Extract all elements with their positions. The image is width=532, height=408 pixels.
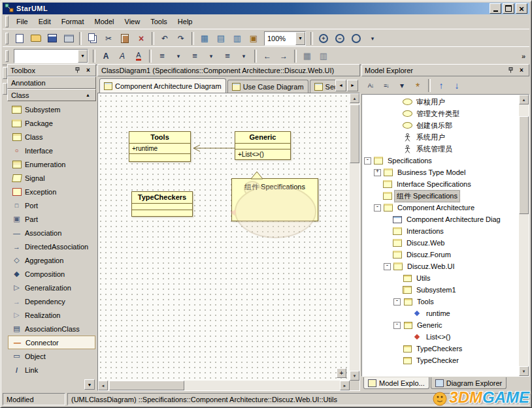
scrollbar-thumb[interactable] <box>109 381 184 390</box>
menu-item-format[interactable]: Format <box>56 15 90 28</box>
tree-item-系统管理员[interactable]: 系统管理员 <box>362 143 519 155</box>
scrollbar-thumb[interactable] <box>350 104 359 163</box>
tree-item-审核用户[interactable]: 审核用户 <box>362 96 519 108</box>
class-box-generic[interactable]: Generic +List<>() <box>235 131 291 160</box>
menu-item-file[interactable]: File <box>11 15 33 28</box>
font-italic-button[interactable] <box>114 48 130 64</box>
tree-item-Subsystem1[interactable]: Subsystem1 <box>362 284 519 296</box>
toolbox-item-exception[interactable]: Exception <box>7 185 96 198</box>
save-file-button[interactable] <box>44 31 60 46</box>
diagram-tab[interactable]: Use Case Diagram <box>227 80 308 93</box>
tree-item-TypeCheckers[interactable]: TypeCheckers <box>362 343 519 354</box>
dropdown-button[interactable] <box>171 48 186 64</box>
toolbar-overflow-icon[interactable] <box>522 52 525 60</box>
paste-button[interactable] <box>117 31 133 46</box>
toolbox-item-association[interactable]: Association <box>7 226 96 240</box>
move-up-button[interactable] <box>434 78 448 93</box>
model-explorer-tab[interactable]: Model Explo... <box>363 377 429 389</box>
menu-item-edit[interactable]: Edit <box>33 15 56 28</box>
layout-model-button[interactable] <box>316 48 331 64</box>
toolbox-item-realization[interactable]: Realization <box>7 308 96 322</box>
tab-scroll-right-icon[interactable] <box>347 80 358 91</box>
tree-vertical-scrollbar[interactable] <box>519 95 529 376</box>
chevron-down-icon[interactable] <box>78 50 88 63</box>
tree-expander-icon[interactable]: - <box>374 204 381 212</box>
sort-alphabetic-button[interactable] <box>363 78 378 93</box>
zoom-in-button[interactable] <box>316 31 331 46</box>
tree-item-Discuz.Web[interactable]: Discuz.Web <box>362 237 519 249</box>
tree-item-List<>()[interactable]: List<>() <box>362 331 519 343</box>
pin-icon[interactable] <box>507 66 516 74</box>
tree-item-系统用户[interactable]: 系统用户 <box>362 131 519 143</box>
tree-expander-icon[interactable]: - <box>364 157 371 165</box>
tree-item-Specifications[interactable]: -Specifications <box>362 155 519 166</box>
expand-canvas-icon[interactable] <box>337 368 346 378</box>
tree-item-runtime[interactable]: runtime <box>362 307 519 319</box>
tree-item-Discuz.Web.UI[interactable]: -Discuz.Web.UI <box>362 260 519 272</box>
tree-item-Generic[interactable]: -Generic <box>362 319 519 331</box>
layout-grid-button[interactable] <box>299 48 315 64</box>
tree-expander-icon[interactable]: - <box>393 322 401 329</box>
tree-item-Business Type Model[interactable]: +Business Type Model <box>362 166 519 178</box>
toolbox-item-interface[interactable]: Interface <box>7 144 96 157</box>
sort-storage-button[interactable] <box>379 78 393 93</box>
scroll-down-icon[interactable] <box>84 379 95 390</box>
toolbox-item-generalization[interactable]: Generalization <box>7 281 96 294</box>
toolbox-item-part[interactable]: Part <box>7 212 96 226</box>
quick-find-button[interactable] <box>410 78 425 93</box>
toolbox-item-directedassociation[interactable]: DirectedAssociation <box>7 240 96 253</box>
component-box-specifications[interactable]: 组件 Specifications <box>231 178 318 221</box>
dock-grip[interactable] <box>3 83 7 95</box>
new-file-button[interactable] <box>12 31 27 46</box>
tree-item-管理文件类型[interactable]: 管理文件类型 <box>362 108 519 119</box>
toolbar-grip[interactable] <box>5 33 8 44</box>
chevron-down-icon[interactable] <box>295 32 305 45</box>
title-bar[interactable]: StarUML <box>3 3 529 14</box>
class-box-tools[interactable]: Tools +runtime <box>129 131 191 162</box>
font-button[interactable] <box>98 48 114 64</box>
diagram-map-button[interactable] <box>197 31 212 46</box>
dropdown-button[interactable] <box>203 48 219 64</box>
align-middle-button[interactable] <box>187 48 203 64</box>
scroll-up-icon[interactable] <box>350 93 359 103</box>
move-down-button[interactable] <box>450 78 464 93</box>
tree-item-TypeChecker[interactable]: TypeChecker <box>362 354 519 366</box>
open-file-button[interactable] <box>28 31 44 46</box>
toolbox-item-class[interactable]: Class <box>7 130 96 144</box>
diagram-tab[interactable]: Component Architecture Diagram <box>99 78 226 93</box>
align-right-button[interactable] <box>220 48 235 64</box>
toolbox-item-associationclass[interactable]: AssociationClass <box>7 322 96 336</box>
toolbox-item-package[interactable]: Package <box>7 116 96 130</box>
fill-color-button[interactable] <box>131 48 146 64</box>
scrollbar-thumb[interactable] <box>519 116 529 214</box>
close-icon[interactable] <box>516 3 527 14</box>
toolbox-item-link[interactable]: Link <box>7 363 96 377</box>
print-button[interactable] <box>61 31 76 46</box>
scroll-down-icon[interactable] <box>350 371 359 381</box>
scrollbar-track[interactable] <box>108 381 340 390</box>
scroll-up-icon[interactable] <box>519 95 529 104</box>
minimize-icon[interactable] <box>490 3 501 14</box>
zoom-fit-button[interactable] <box>348 31 364 46</box>
toolbox-group-annotation[interactable]: Annotation <box>7 76 96 89</box>
arrow-right-button[interactable] <box>276 48 291 64</box>
toolbar-grip[interactable] <box>5 50 8 62</box>
menu-item-model[interactable]: Model <box>90 15 120 28</box>
toolbox-item-composition[interactable]: Composition <box>7 267 96 281</box>
scroll-down-icon[interactable] <box>519 366 529 376</box>
tree-item-Discuz.Forum[interactable]: Discuz.Forum <box>362 249 519 260</box>
tree-expander-icon[interactable]: + <box>374 169 381 176</box>
tree-expander-icon[interactable]: - <box>384 263 391 270</box>
menu-item-tools[interactable]: Tools <box>145 15 173 28</box>
arrow-left-button[interactable] <box>259 48 275 64</box>
undo-button[interactable] <box>157 31 173 46</box>
scroll-right-icon[interactable] <box>340 381 350 390</box>
close-icon[interactable] <box>517 66 526 74</box>
scrollbar-track[interactable] <box>519 104 529 366</box>
scroll-left-icon[interactable] <box>98 381 108 390</box>
scrollbar-track[interactable] <box>350 103 359 371</box>
tree-item-Component Architecture Diag[interactable]: Component Architecture Diag <box>362 213 519 225</box>
tree-item-组件 Specifications[interactable]: 组件 Specifications <box>362 190 519 202</box>
zoom-out-button[interactable] <box>332 31 348 46</box>
toolbox-item-aggregation[interactable]: Aggregation <box>7 253 96 267</box>
